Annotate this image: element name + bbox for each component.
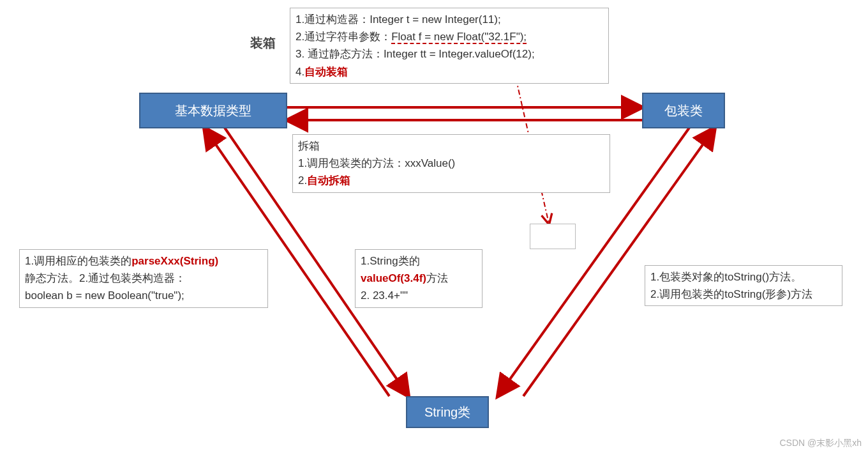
unboxing-line3: 2.自动拆箱 <box>298 172 604 189</box>
boxing-line1: 1.通过构造器：Integer t = new Integer(11); <box>296 11 603 28</box>
node-string-label: String类 <box>424 404 470 421</box>
pts-line1: 1.String类的 <box>361 252 477 270</box>
boxing-line2: 2.通过字符串参数：Float f = new Float("32.1F"); <box>296 28 603 45</box>
unboxing-line2: 1.调用包装类的方法：xxxValue() <box>298 155 604 172</box>
stp-line1: 1.调用相应的包装类的parseXxx(String) <box>25 252 262 270</box>
watermark: CSDN @末影小黑xh <box>779 438 862 449</box>
boxing-line4: 4.自动装箱 <box>296 63 603 81</box>
node-primitive-label: 基本数据类型 <box>175 102 251 119</box>
wts-line2: 2.调用包装类的toString(形参)方法 <box>650 286 837 303</box>
boxing-line3: 3. 通过静态方法：Integer tt = Integer.valueOf(1… <box>296 45 603 63</box>
node-string: String类 <box>406 396 489 428</box>
node-wrapper-label: 包装类 <box>664 102 703 119</box>
empty-target-box <box>530 224 576 249</box>
pts-line3: 2. 23.4+"" <box>361 287 477 304</box>
node-primitive: 基本数据类型 <box>139 93 287 128</box>
prim-to-string-box: 1.String类的 valueOf(3.4f)方法 2. 23.4+"" <box>355 249 483 308</box>
unboxing-line1: 拆箱 <box>298 137 604 155</box>
wrapper-to-string-box: 1.包装类对象的toString()方法。 2.调用包装类的toString(形… <box>645 265 842 306</box>
unboxing-box: 拆箱 1.调用包装类的方法：xxxValue() 2.自动拆箱 <box>292 134 610 193</box>
boxing-title: 装箱 <box>250 35 276 52</box>
stp-line3: boolean b = new Boolean("true"); <box>25 287 262 304</box>
node-wrapper: 包装类 <box>642 93 725 128</box>
string-to-prim-box: 1.调用相应的包装类的parseXxx(String) 静态方法。2.通过包装类… <box>19 249 268 308</box>
wts-line1: 1.包装类对象的toString()方法。 <box>650 268 837 286</box>
boxing-box: 1.通过构造器：Integer t = new Integer(11); 2.通… <box>290 8 609 84</box>
stp-line2: 静态方法。2.通过包装类构造器： <box>25 270 262 287</box>
pts-line2: valueOf(3.4f)方法 <box>361 270 477 287</box>
